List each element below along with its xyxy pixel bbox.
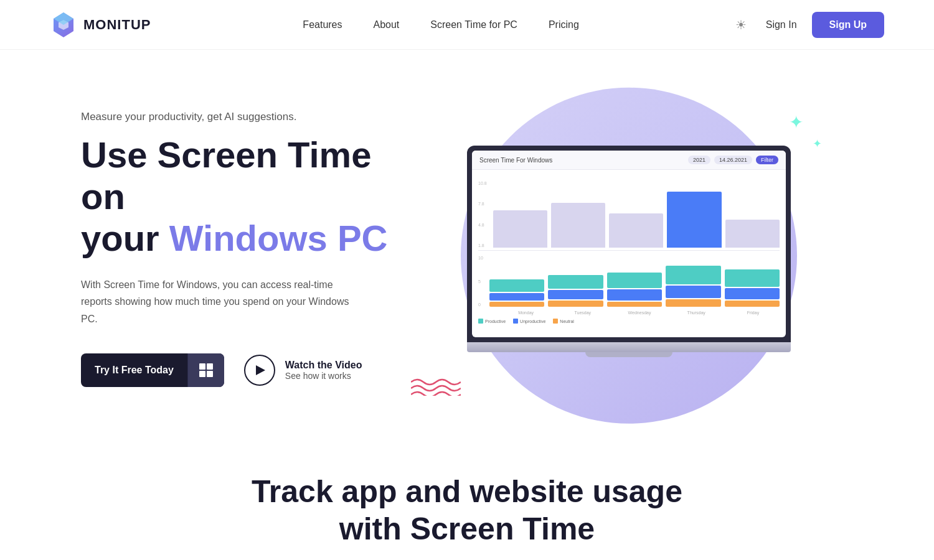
hero-title: Use Screen Time on your Windows PC	[81, 134, 405, 259]
screen-pills: 2021 14.26.2021 Filter	[688, 156, 778, 164]
section2-title: Track app and website usage with Screen …	[125, 473, 809, 548]
windows-icon	[187, 353, 224, 387]
logo-text: MONITUP	[83, 17, 151, 33]
nav-item-screen-time[interactable]: Screen Time for PC	[430, 19, 517, 30]
sign-up-button[interactable]: Sign Up	[812, 12, 884, 38]
hero-title-line1: Use Screen Time on	[81, 134, 371, 217]
laptop-illustration: Screen Time For Windows 2021 14.26.2021 …	[467, 146, 791, 352]
nav-item-pricing[interactable]: Pricing	[549, 19, 579, 30]
theme-toggle-button[interactable]: ☀	[731, 15, 751, 35]
logo-link[interactable]: MONITUP	[50, 10, 151, 40]
wave-decoration	[411, 377, 461, 398]
hero-title-line2-plain: your	[81, 218, 169, 258]
try-btn-label: Try It Free Today	[81, 355, 187, 386]
play-triangle-icon	[256, 365, 265, 375]
watch-subtitle: See how it works	[285, 371, 362, 381]
nav-item-about[interactable]: About	[374, 19, 400, 30]
hero-right: ✦ ✦ Screen Time For Windows 2021 14.2	[405, 87, 853, 411]
screen-header: Screen Time For Windows 2021 14.26.2021 …	[472, 151, 786, 170]
laptop-body: Screen Time For Windows 2021 14.26.2021 …	[467, 146, 791, 342]
try-free-button[interactable]: Try It Free Today	[81, 353, 224, 387]
chart-legend: Productive Unproductive Neutral	[478, 319, 780, 324]
nav-item-features[interactable]: Features	[303, 19, 342, 30]
section2: Track app and website usage with Screen …	[0, 436, 934, 560]
play-circle-icon	[244, 355, 275, 386]
laptop-base	[467, 342, 791, 352]
hero-left: Measure your productivity, get AI sugges…	[81, 111, 405, 387]
sign-in-button[interactable]: Sign In	[766, 19, 797, 30]
nav-right: ☀ Sign In Sign Up	[731, 12, 884, 38]
screen-body: 10.87.84.81.8	[472, 170, 786, 330]
day-label-tuesday: Tuesday	[556, 310, 609, 315]
nav-links: Features About Screen Time for PC Pricin…	[303, 19, 578, 30]
hero-title-highlight: Windows PC	[169, 218, 388, 258]
watch-text: Watch the Video See how it works	[285, 360, 362, 381]
section2-title-line2: with Screen Time	[339, 511, 595, 546]
star-decoration-2: ✦	[813, 137, 822, 151]
laptop-screen: Screen Time For Windows 2021 14.26.2021 …	[472, 151, 786, 337]
screen-pill-date: 14.26.2021	[714, 156, 752, 164]
watch-title: Watch the Video	[285, 360, 362, 371]
logo-icon	[50, 10, 77, 40]
screen-title: Screen Time For Windows	[479, 157, 552, 164]
legend-unproductive: Unproductive	[520, 319, 545, 324]
screen-pill-year: 2021	[688, 156, 710, 164]
hero-section: Measure your productivity, get AI sugges…	[0, 50, 934, 436]
legend-neutral: Neutral	[560, 319, 574, 324]
hero-description: With Screen Time for Windows, you can ac…	[81, 276, 355, 327]
day-label-wednesday: Wednesday	[613, 310, 666, 315]
hero-subtitle: Measure your productivity, get AI sugges…	[81, 111, 405, 123]
watch-video-button[interactable]: Watch the Video See how it works	[244, 355, 362, 386]
hero-actions: Try It Free Today Watch the Video See ho…	[81, 353, 405, 387]
day-label-monday: Monday	[499, 310, 552, 315]
screen-pill-filter: Filter	[756, 156, 778, 164]
legend-productive: Productive	[485, 319, 506, 324]
windows-logo-icon	[199, 363, 213, 377]
day-label-thursday: Thursday	[670, 310, 723, 315]
navbar: MONITUP Features About Screen Time for P…	[0, 0, 934, 50]
star-decoration-1: ✦	[789, 112, 803, 133]
section2-title-line1: Track app and website usage	[252, 474, 682, 509]
day-label-friday: Friday	[727, 310, 780, 315]
